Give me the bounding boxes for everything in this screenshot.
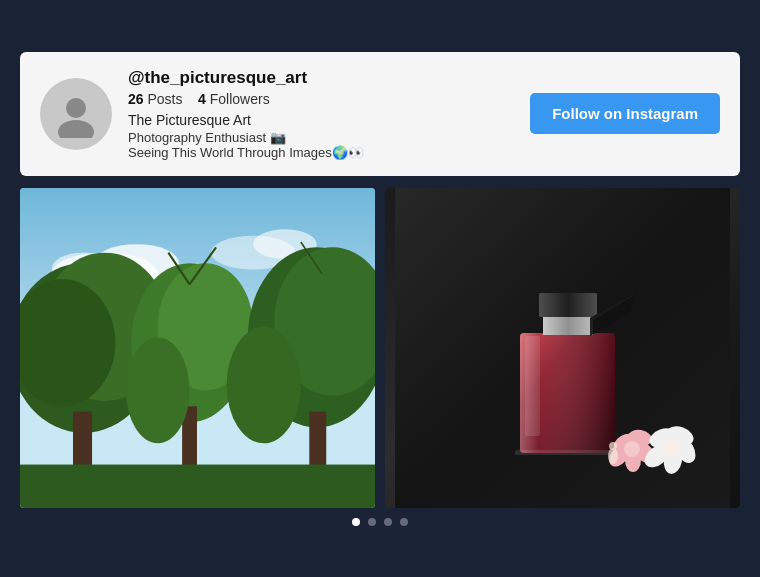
profile-info: @the_picturesque_art 26 Posts 4 Follower… [128, 68, 514, 160]
followers-label: Followers [210, 91, 270, 107]
avatar-icon [52, 90, 100, 138]
instagram-widget: @the_picturesque_art 26 Posts 4 Follower… [10, 42, 750, 536]
dot-indicators [20, 518, 740, 526]
dot-2[interactable] [368, 518, 376, 526]
avatar [40, 78, 112, 150]
svg-point-1 [58, 120, 94, 138]
post-image-nature[interactable] [20, 188, 375, 508]
svg-point-19 [227, 326, 301, 443]
dot-3[interactable] [384, 518, 392, 526]
username: @the_picturesque_art [128, 68, 514, 88]
nature-bg [20, 188, 375, 508]
perfume-svg [395, 188, 730, 508]
bio-line2: Seeing This World Through Images🌍👀 [128, 145, 514, 160]
svg-point-48 [608, 448, 618, 464]
svg-point-49 [609, 442, 617, 450]
followers-count: 4 [198, 91, 206, 107]
posts-grid [20, 188, 740, 508]
svg-point-18 [126, 337, 190, 443]
profile-stats: 26 Posts 4 Followers [128, 91, 514, 107]
profile-section: @the_picturesque_art 26 Posts 4 Follower… [20, 52, 740, 176]
display-name: The Picturesque Art [128, 112, 514, 128]
svg-rect-33 [539, 293, 597, 317]
tree-svg [20, 188, 375, 508]
dot-1[interactable] [352, 518, 360, 526]
dot-4[interactable] [400, 518, 408, 526]
posts-count: 26 [128, 91, 144, 107]
svg-rect-20 [20, 464, 375, 507]
bio-line1: Photography Enthusiast 📷 [128, 130, 514, 145]
svg-point-41 [624, 441, 640, 457]
post-image-perfume[interactable] [385, 188, 740, 508]
svg-point-47 [662, 439, 680, 457]
svg-rect-29 [515, 450, 620, 455]
posts-label: Posts [147, 91, 182, 107]
follow-button[interactable]: Follow on Instagram [530, 93, 720, 134]
svg-rect-28 [525, 336, 540, 436]
svg-point-0 [66, 98, 86, 118]
